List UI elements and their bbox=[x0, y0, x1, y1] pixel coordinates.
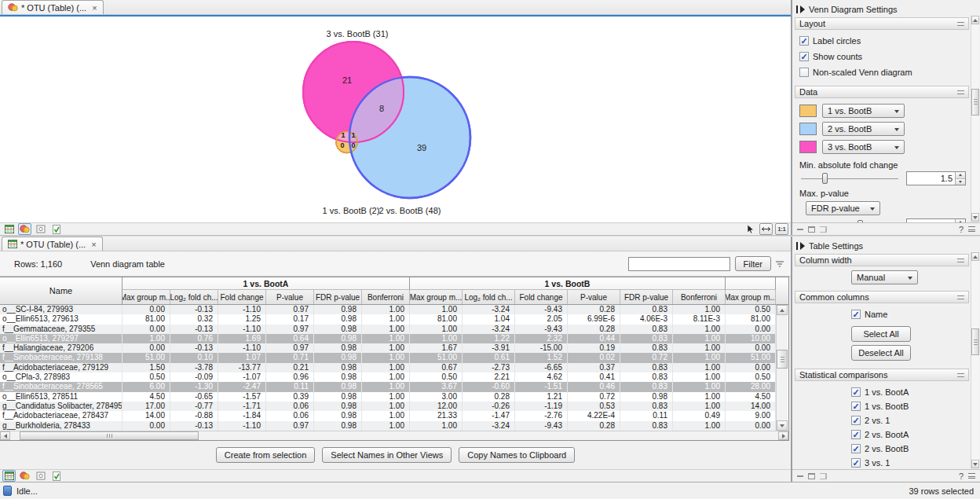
column-header[interactable]: Log₂ fold ch... bbox=[170, 290, 218, 304]
scroll-right-icon[interactable] bbox=[778, 431, 788, 440]
table-row[interactable]: f__Acidobacteriaceae, 278437 14.00 -0.88… bbox=[0, 411, 776, 420]
column-header[interactable]: Fold change bbox=[515, 290, 568, 304]
scroll-up-icon[interactable] bbox=[777, 305, 788, 315]
comparison-option-row[interactable]: ✓ 1 vs. BootB bbox=[851, 401, 966, 412]
series-combo[interactable]: 1 vs. BootB bbox=[822, 104, 905, 118]
advanced-filter-icon[interactable] bbox=[775, 260, 784, 268]
group-collapse-icon[interactable] bbox=[957, 259, 964, 262]
comparison-option-row[interactable]: ✓ 3 vs. 1 bbox=[851, 457, 966, 468]
venn-view-button[interactable] bbox=[18, 223, 31, 235]
panel-scrollbar[interactable] bbox=[971, 252, 979, 468]
slider-thumb[interactable] bbox=[822, 173, 828, 184]
group-collapse-icon[interactable] bbox=[957, 90, 964, 94]
fit-width-button[interactable] bbox=[759, 223, 773, 235]
series-color-swatch[interactable] bbox=[799, 141, 817, 153]
scroll-down-icon[interactable] bbox=[777, 420, 788, 431]
table-view-button[interactable] bbox=[2, 470, 16, 482]
checkbox-icon[interactable]: ✓ bbox=[851, 402, 861, 411]
close-icon[interactable]: × bbox=[91, 240, 96, 248]
layout-option-row[interactable]: ✓ Label circles bbox=[799, 35, 966, 46]
column-width-header[interactable]: Column width bbox=[795, 254, 969, 266]
element-info-button[interactable] bbox=[49, 223, 63, 235]
filter-button[interactable]: Filter bbox=[735, 256, 771, 271]
comparison-option-row[interactable]: ✓ 2 vs. BootB bbox=[851, 443, 966, 454]
table-row[interactable]: g__Candidatus Solibacter, 278495 17.00 -… bbox=[0, 402, 776, 411]
series-combo[interactable]: 3 vs. BootB bbox=[822, 140, 905, 154]
group-collapse-icon[interactable] bbox=[957, 373, 964, 377]
statistical-comparisons-header[interactable]: Statistical comparisons bbox=[795, 369, 969, 381]
scroll-thumb[interactable] bbox=[971, 328, 979, 355]
comparison-option-row[interactable]: ✓ 2 vs. BootA bbox=[851, 429, 966, 440]
column-header[interactable]: P-value bbox=[568, 290, 620, 304]
min-fold-spinner[interactable]: 1.5 bbox=[906, 171, 966, 185]
help-icon[interactable]: ? bbox=[959, 225, 964, 234]
checkbox-icon[interactable]: ✓ bbox=[799, 36, 809, 46]
table-row[interactable]: f__Acidobacteriaceae, 279129 1.50 -3.78 … bbox=[0, 363, 776, 372]
action-button[interactable]: Create from selection bbox=[216, 447, 316, 463]
venn-view-button[interactable] bbox=[18, 470, 31, 482]
column-header[interactable]: Log₂ fold ch... bbox=[463, 290, 515, 304]
column-header[interactable]: FDR p-value bbox=[314, 290, 362, 304]
column-header[interactable]: Max group m... bbox=[410, 290, 463, 304]
panel-scrollbar[interactable] bbox=[971, 16, 979, 222]
spinner-down-icon[interactable] bbox=[956, 179, 965, 185]
checkbox-icon[interactable]: ✓ bbox=[799, 52, 809, 61]
action-button[interactable]: Select Names in Other Views bbox=[322, 447, 452, 463]
column-header[interactable]: Fold change bbox=[218, 290, 266, 304]
table-row[interactable]: o__Ellin6513, 279613 81.00 0.32 1.25 0.1… bbox=[0, 314, 776, 324]
venn-settings-title[interactable]: Venn Diagram Settings bbox=[792, 0, 980, 16]
tab-otu-table[interactable]: * OTU (Table) (... × bbox=[2, 237, 103, 251]
data-group-header[interactable]: Data bbox=[795, 86, 969, 98]
spinner-up-icon[interactable] bbox=[956, 172, 965, 179]
column-header[interactable]: Bonferroni bbox=[673, 290, 726, 304]
checkbox-icon[interactable]: ✓ bbox=[851, 458, 861, 468]
tab-otu-table-venn[interactable]: * OTU (Table) (... × bbox=[2, 0, 104, 14]
preferences-icon[interactable] bbox=[968, 226, 975, 232]
checkbox-icon[interactable]: ✓ bbox=[851, 444, 861, 453]
column-header[interactable]: Max group m... bbox=[726, 290, 776, 304]
checkbox-icon[interactable]: ✓ bbox=[851, 430, 861, 439]
column-header[interactable]: Bonferroni bbox=[362, 290, 410, 304]
common-columns-header[interactable]: Common columns bbox=[795, 291, 969, 303]
scroll-thumb[interactable] bbox=[971, 89, 979, 116]
group-collapse-icon[interactable] bbox=[957, 22, 964, 26]
column-header-name[interactable]: Name bbox=[0, 277, 122, 304]
table-row[interactable]: f__Gemmataceae, 279355 0.00 -0.13 -1.10 … bbox=[0, 325, 776, 334]
close-icon[interactable]: × bbox=[92, 4, 97, 12]
graphics-view-button[interactable] bbox=[34, 470, 47, 482]
checkbox-icon[interactable]: ✓ bbox=[799, 68, 809, 77]
select-all-button[interactable]: Select All bbox=[851, 326, 911, 342]
table-view-button[interactable] bbox=[2, 223, 16, 235]
float-panel-icon[interactable] bbox=[808, 473, 815, 479]
table-row[interactable]: g__Burkholderia, 278433 0.00 -0.13 -1.10… bbox=[0, 421, 776, 431]
series-color-swatch[interactable] bbox=[799, 105, 817, 117]
table-settings-title[interactable]: Table Settings bbox=[792, 237, 980, 252]
zoom-100-button[interactable]: 1:1 bbox=[775, 223, 788, 235]
table-row[interactable]: f__Sinobacteraceae, 279138 51.00 0.10 1.… bbox=[0, 353, 776, 362]
slider-thumb[interactable] bbox=[858, 220, 863, 222]
vertical-scrollbar[interactable] bbox=[776, 305, 788, 431]
table-row[interactable]: f__Haliangiaceae, 279206 0.00 -0.13 -1.1… bbox=[0, 343, 776, 353]
collapse-all-icon[interactable] bbox=[797, 475, 803, 477]
scroll-thumb[interactable] bbox=[777, 350, 788, 369]
preferences-icon[interactable] bbox=[968, 473, 975, 479]
dock-panel-icon[interactable] bbox=[820, 226, 827, 233]
series-color-swatch[interactable] bbox=[799, 123, 817, 135]
min-fold-slider[interactable] bbox=[799, 172, 900, 185]
help-icon[interactable]: ? bbox=[959, 471, 964, 481]
table-row[interactable]: o__Ellin6513, 278511 4.50 -0.65 -1.57 0.… bbox=[0, 392, 776, 402]
collapse-all-icon[interactable] bbox=[797, 229, 803, 230]
scroll-up-icon[interactable] bbox=[971, 16, 979, 24]
column-header[interactable]: FDR p-value bbox=[620, 290, 673, 304]
layout-group-header[interactable]: Layout bbox=[795, 17, 969, 30]
element-info-button[interactable] bbox=[49, 470, 63, 482]
scroll-down-icon[interactable] bbox=[971, 213, 979, 222]
horizontal-scrollbar[interactable] bbox=[0, 431, 788, 440]
layout-option-row[interactable]: ✓ Show counts bbox=[799, 51, 966, 62]
series-combo[interactable]: 2 vs. BootB bbox=[822, 122, 905, 136]
p-value-type-combo[interactable]: FDR p-value bbox=[806, 201, 880, 215]
comparison-option-row[interactable]: ✓ 2 vs. 1 bbox=[851, 415, 966, 426]
float-panel-icon[interactable] bbox=[808, 226, 815, 233]
scroll-up-icon[interactable] bbox=[971, 252, 979, 261]
scroll-thumb[interactable] bbox=[20, 431, 199, 440]
